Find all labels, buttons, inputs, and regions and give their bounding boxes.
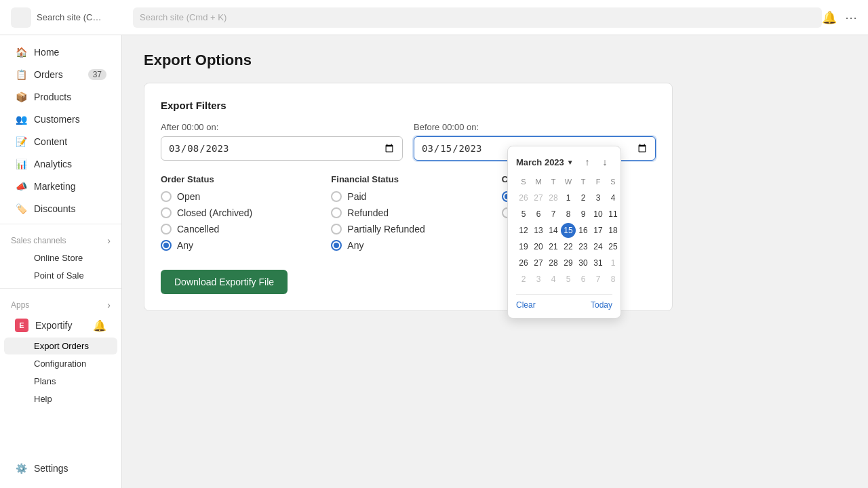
cal-day-5[interactable]: 5 (516, 207, 531, 222)
cal-day-12[interactable]: 12 (516, 223, 531, 238)
cal-day-14[interactable]: 14 (546, 223, 561, 238)
radio-any-order[interactable]: Any (161, 240, 315, 251)
help-label: Help (34, 394, 52, 404)
cal-day-27-prev[interactable]: 27 (531, 190, 546, 205)
cal-day-16[interactable]: 16 (576, 223, 591, 238)
cal-day-8-next[interactable]: 8 (606, 272, 620, 287)
sidebar-products-label: Products (34, 92, 71, 102)
calendar-clear-button[interactable]: Clear (516, 300, 536, 310)
sidebar-item-online-store[interactable]: Online Store (4, 249, 117, 266)
sidebar-sales-channels-section: Sales channels › (0, 228, 121, 249)
cal-day-9[interactable]: 9 (576, 207, 591, 222)
cal-day-8[interactable]: 8 (561, 207, 576, 222)
search-bar[interactable]: Search site (Cmd + K) (133, 7, 822, 28)
calendar-prev-button[interactable]: ↑ (580, 155, 595, 169)
cal-day-25[interactable]: 25 (606, 239, 620, 254)
cal-dow-w: W (561, 176, 576, 190)
sidebar-sub-help[interactable]: Help (4, 390, 117, 407)
cal-day-31[interactable]: 31 (591, 256, 606, 270)
cal-day-26-prev[interactable]: 26 (516, 190, 531, 205)
cal-dow-s2: S (606, 176, 620, 190)
sidebar-sub-plans[interactable]: Plans (4, 373, 117, 390)
notifications-icon[interactable]: 🔔 (822, 10, 837, 25)
sidebar-item-pos[interactable]: Point of Sale (4, 267, 117, 284)
search-placeholder: Search site (Cmd + K) (140, 12, 226, 22)
cal-day-30[interactable]: 30 (576, 256, 591, 270)
cal-day-28[interactable]: 28 (546, 256, 561, 270)
cal-day-15[interactable]: 15 (561, 223, 576, 238)
cal-day-21[interactable]: 21 (546, 239, 561, 254)
sidebar-item-discounts[interactable]: 🏷️ Discounts (4, 198, 117, 220)
cal-day-27[interactable]: 27 (531, 256, 546, 270)
bell-icon: 🔔 (93, 319, 106, 332)
cal-day-2-next[interactable]: 2 (516, 272, 531, 287)
cal-day-23[interactable]: 23 (576, 239, 591, 254)
radio-cancelled[interactable]: Cancelled (161, 224, 315, 235)
sidebar-orders-label: Orders (34, 69, 63, 80)
sidebar-item-customers[interactable]: 👥 Customers (4, 108, 117, 130)
cal-day-24[interactable]: 24 (591, 239, 606, 254)
apps-chevron-icon: › (107, 300, 111, 310)
cal-dow-t1: T (546, 176, 561, 190)
sidebar-item-products[interactable]: 📦 Products (4, 86, 117, 108)
cal-day-7[interactable]: 7 (546, 207, 561, 222)
radio-open[interactable]: Open (161, 191, 315, 202)
cal-day-4-next[interactable]: 4 (546, 272, 561, 287)
radio-closed[interactable]: Closed (Archived) (161, 207, 315, 218)
radio-partial[interactable]: Partially Refunded (331, 224, 485, 235)
cal-day-6-next[interactable]: 6 (576, 272, 591, 287)
cal-day-1[interactable]: 1 (561, 190, 576, 205)
sidebar-sub-configuration[interactable]: Configuration (4, 355, 117, 372)
cal-dow-t2: T (576, 176, 591, 190)
cal-day-26[interactable]: 26 (516, 256, 531, 270)
sidebar-item-settings[interactable]: ⚙️ Settings (4, 458, 117, 479)
cal-day-7-next[interactable]: 7 (591, 272, 606, 287)
cal-day-13[interactable]: 13 (531, 223, 546, 238)
cal-day-1-next[interactable]: 1 (606, 256, 620, 270)
cal-day-6[interactable]: 6 (531, 207, 546, 222)
radio-any-financial[interactable]: Any (331, 240, 485, 251)
sidebar-sub-export-orders[interactable]: Export Orders (4, 338, 117, 354)
radio-any-order-label: Any (177, 240, 193, 251)
download-button[interactable]: Download Exportify File (161, 270, 288, 294)
cal-day-29[interactable]: 29 (561, 256, 576, 270)
cal-day-20[interactable]: 20 (531, 239, 546, 254)
sidebar-item-content[interactable]: 📝 Content (4, 131, 117, 152)
sidebar: 🏠 Home 📋 Orders 37 📦 Products 👥 Customer… (0, 0, 122, 488)
cal-day-28-prev[interactable]: 28 (546, 190, 561, 205)
radio-paid[interactable]: Paid (331, 191, 485, 202)
cal-day-17[interactable]: 17 (591, 223, 606, 238)
cal-day-5-next[interactable]: 5 (561, 272, 576, 287)
sidebar-item-analytics[interactable]: 📊 Analytics (4, 153, 117, 175)
orders-icon: 📋 (15, 68, 27, 81)
cal-day-3[interactable]: 3 (591, 190, 606, 205)
cal-day-3-next[interactable]: 3 (531, 272, 546, 287)
cal-day-2[interactable]: 2 (576, 190, 591, 205)
sidebar-item-exportify[interactable]: E Exportify 🔔 (4, 314, 117, 337)
cal-dow-m: M (531, 176, 546, 190)
calendar-header: March 2023 ▼ ↑ ↓ (516, 155, 612, 169)
sidebar-item-orders[interactable]: 📋 Orders 37 (4, 64, 117, 85)
radio-refunded[interactable]: Refunded (331, 207, 485, 218)
calendar-next-button[interactable]: ↓ (597, 155, 612, 169)
sidebar-item-home[interactable]: 🏠 Home (4, 41, 117, 63)
cal-day-4[interactable]: 4 (606, 190, 620, 205)
store-name: Search site (Cmd (37, 12, 104, 22)
cal-day-22[interactable]: 22 (561, 239, 576, 254)
customers-icon: 👥 (15, 113, 27, 125)
radio-any-financial-circle (331, 240, 342, 251)
radio-refunded-circle (331, 207, 342, 218)
radio-open-circle (161, 191, 172, 202)
radio-partial-circle (331, 224, 342, 235)
sidebar-item-marketing[interactable]: 📣 Marketing (4, 176, 117, 197)
cal-day-10[interactable]: 10 (591, 207, 606, 222)
radio-paid-circle (331, 191, 342, 202)
content-area: Export Options Export Filters After 00:0… (122, 35, 868, 327)
after-date-input[interactable] (161, 136, 403, 161)
cal-day-19[interactable]: 19 (516, 239, 531, 254)
cal-day-18[interactable]: 18 (606, 223, 620, 238)
cal-day-11[interactable]: 11 (606, 207, 620, 222)
more-options-icon[interactable]: ⋯ (845, 10, 857, 25)
export-filters-title: Export Filters (161, 100, 656, 111)
calendar-today-button[interactable]: Today (591, 300, 612, 310)
